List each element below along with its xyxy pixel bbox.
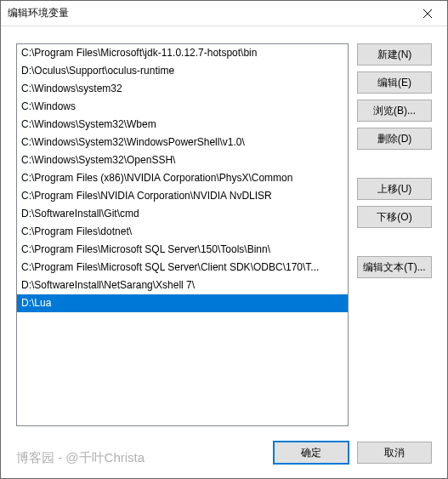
edit-text-button[interactable]: 编辑文本(T)... — [357, 256, 432, 278]
list-item[interactable]: C:\Windows — [17, 98, 348, 116]
list-item[interactable]: D:\SoftwareInstall\Git\cmd — [17, 205, 348, 223]
list-item[interactable]: C:\Windows\System32\WindowsPowerShell\v1… — [17, 134, 348, 151]
path-listbox[interactable]: C:\Program Files\Microsoft\jdk-11.0.12.7… — [16, 43, 349, 426]
list-item[interactable]: C:\Windows\system32 — [17, 80, 348, 98]
list-item[interactable]: C:\Windows\System32\Wbem — [17, 116, 348, 134]
close-button[interactable] — [408, 1, 447, 26]
delete-button[interactable]: 删除(D) — [357, 128, 432, 150]
list-item[interactable]: C:\Windows\System32\OpenSSH\ — [17, 151, 348, 169]
window-title: 编辑环境变量 — [8, 6, 69, 20]
close-icon — [423, 9, 432, 18]
list-item[interactable]: C:\Program Files\Microsoft SQL Server\15… — [17, 241, 348, 259]
button-column: 新建(N) 编辑(E) 浏览(B)... 删除(D) 上移(U) 下移(O) 编… — [357, 43, 432, 427]
cancel-button[interactable]: 取消 — [357, 442, 432, 464]
footer: 博客园 - @千叶Christa 确定 取消 — [1, 427, 447, 478]
list-item[interactable]: D:\SoftwareInstall\NetSarang\Xshell 7\ — [17, 277, 348, 294]
list-item[interactable]: C:\Program Files\NVIDIA Corporation\NVID… — [17, 187, 348, 205]
list-item[interactable]: C:\Program Files (x86)\NVIDIA Corporatio… — [17, 169, 348, 187]
ok-button[interactable]: 确定 — [274, 442, 349, 464]
edit-button[interactable]: 编辑(E) — [357, 71, 432, 94]
list-item[interactable]: C:\Program Files\dotnet\ — [17, 223, 348, 241]
list-item[interactable]: C:\Program Files\Microsoft\jdk-11.0.12.7… — [17, 44, 348, 62]
content-area: C:\Program Files\Microsoft\jdk-11.0.12.7… — [1, 26, 447, 427]
list-item[interactable]: D:\Lua — [17, 294, 348, 312]
titlebar: 编辑环境变量 — [1, 1, 447, 26]
browse-button[interactable]: 浏览(B)... — [357, 100, 432, 122]
new-button[interactable]: 新建(N) — [357, 43, 432, 66]
move-down-button[interactable]: 下移(O) — [357, 206, 432, 228]
watermark-text: 博客园 - @千叶Christa — [16, 450, 145, 466]
list-item[interactable]: D:\Oculus\Support\oculus-runtime — [17, 62, 348, 80]
list-item[interactable]: C:\Program Files\Microsoft SQL Server\Cl… — [17, 259, 348, 277]
move-up-button[interactable]: 上移(U) — [357, 178, 432, 200]
